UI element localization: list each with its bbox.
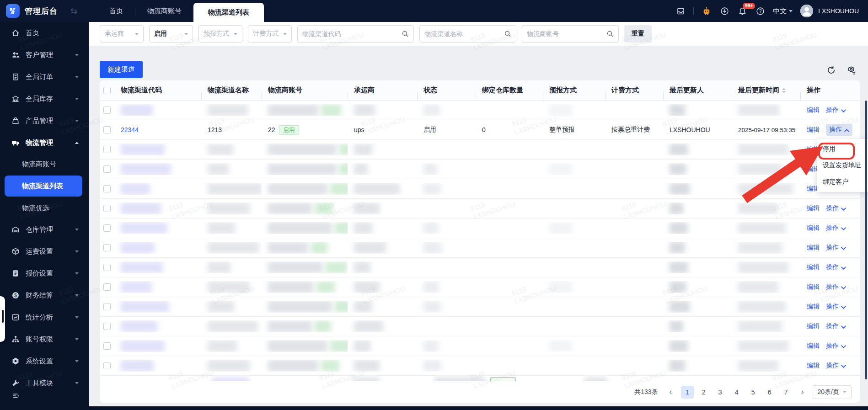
channel-code-search[interactable] (297, 25, 414, 43)
refresh-icon[interactable] (827, 66, 836, 75)
channel-name-input[interactable] (424, 30, 504, 37)
redacted-block (738, 281, 778, 293)
page-button-3[interactable]: 3 (714, 386, 727, 399)
page-button-5[interactable]: 5 (747, 386, 760, 399)
sidebar-item-settings[interactable]: 系统设置 (0, 350, 89, 372)
channel-name-search[interactable] (419, 25, 516, 43)
edit-button[interactable]: 编辑 (807, 303, 820, 311)
provider-account-search[interactable] (522, 25, 619, 43)
menu-item-1[interactable]: 设置发货地址 (817, 157, 868, 174)
page-button-6[interactable]: 6 (763, 386, 776, 399)
menu-item-2[interactable]: 绑定客户 (817, 174, 868, 190)
collapse-sidebar-icon[interactable]: ⇆ (70, 6, 77, 16)
channel-code-input[interactable] (302, 30, 402, 37)
notifications-bell-icon[interactable]: 99+ (737, 6, 747, 16)
action-dropdown-button[interactable]: 操作 (826, 303, 846, 311)
row-checkbox[interactable] (103, 244, 111, 251)
prev-page-button[interactable]: ‹ (664, 386, 677, 399)
menu-item-0[interactable]: 停用 (817, 141, 868, 157)
sidebar-item-freight[interactable]: 运费设置 (0, 240, 89, 262)
row-checkbox[interactable] (103, 185, 111, 192)
action-dropdown-button[interactable]: 操作 (826, 106, 846, 114)
row-checkbox[interactable] (103, 126, 111, 133)
action-dropdown-button[interactable]: 操作 (826, 322, 846, 330)
edit-button[interactable]: 编辑 (807, 126, 820, 134)
language-switcher[interactable]: 中文 (773, 7, 793, 16)
channel-code-link[interactable]: 22344 (121, 126, 139, 133)
billing-filter-select[interactable]: 计费方式 (248, 25, 292, 43)
edit-button[interactable]: 编辑 (807, 263, 820, 272)
row-checkbox[interactable] (103, 342, 111, 350)
tab-0[interactable]: 首页 (97, 0, 135, 22)
sort-icon[interactable] (782, 88, 786, 93)
sidebar-item-home[interactable]: 首页 (0, 22, 89, 44)
action-dropdown-button[interactable]: 操作 (826, 263, 846, 272)
edit-button[interactable]: 编辑 (807, 283, 820, 291)
sidebar-item-inventory[interactable]: 全局库存 (0, 88, 89, 110)
edit-button[interactable]: 编辑 (807, 204, 820, 213)
download-icon[interactable] (719, 6, 729, 16)
sidebar-item-stats[interactable]: 统计分析 (0, 306, 89, 328)
action-dropdown-button[interactable]: 操作 (826, 204, 846, 213)
sidebar-item-quote[interactable]: 报价设置 (0, 262, 89, 284)
page-button-1[interactable]: 1 (681, 386, 694, 399)
sidebar-item-product[interactable]: 产品管理 (0, 110, 89, 132)
page-size-select[interactable]: 20条/页 (813, 385, 852, 399)
sidebar-subitem-2[interactable]: 物流优选 (0, 197, 89, 218)
create-channel-button[interactable]: 新建渠道 (100, 61, 143, 78)
edit-button[interactable]: 编辑 (807, 342, 820, 350)
tab-1[interactable]: 物流商账号 (135, 0, 193, 22)
row-checkbox[interactable] (103, 362, 111, 369)
avatar[interactable] (800, 5, 813, 17)
scrollbar-thumb[interactable] (865, 101, 867, 379)
row-checkbox[interactable] (103, 264, 111, 271)
username[interactable]: LXSHOUHOU (818, 7, 859, 15)
row-checkbox[interactable] (103, 165, 111, 173)
next-page-button[interactable]: › (796, 386, 809, 399)
tab-2[interactable]: 物流渠道列表 (193, 3, 264, 22)
select-all-checkbox[interactable] (103, 87, 111, 94)
action-dropdown-button[interactable]: 操作 (826, 124, 852, 136)
action-dropdown-button[interactable]: 操作 (826, 244, 846, 252)
carrier-filter-select[interactable]: 承运商 (100, 25, 144, 43)
row-checkbox[interactable] (103, 224, 111, 232)
inbox-icon[interactable] (675, 6, 686, 16)
status-filter-select[interactable]: 启用 (149, 25, 193, 43)
edit-button[interactable]: 编辑 (807, 244, 820, 252)
row-checkbox[interactable] (103, 106, 111, 114)
sidebar-item-finance[interactable]: $财务结算 (0, 284, 89, 306)
action-dropdown-button[interactable]: 操作 (826, 362, 846, 370)
row-checkbox[interactable] (103, 283, 111, 291)
column-settings-icon[interactable] (847, 66, 856, 75)
action-dropdown-button[interactable]: 操作 (826, 224, 846, 232)
page-button-7[interactable]: 7 (780, 386, 793, 399)
sidebar-collapse-icon[interactable] (11, 392, 20, 400)
row-checkbox[interactable] (103, 323, 111, 330)
sidebar-item-users[interactable]: 客户管理 (0, 44, 89, 66)
edit-button[interactable]: 编辑 (807, 322, 820, 330)
page-button-4[interactable]: 4 (730, 386, 743, 399)
row-checkbox[interactable] (103, 205, 111, 212)
action-dropdown-button[interactable]: 操作 (826, 342, 846, 350)
robot-assistant-icon[interactable] (702, 6, 712, 16)
edit-button[interactable]: 编辑 (807, 224, 820, 232)
action-dropdown-button[interactable]: 操作 (826, 283, 846, 291)
edit-button[interactable]: 编辑 (807, 362, 820, 370)
forecast-filter-select[interactable]: 预报方式 (198, 25, 242, 43)
page-button-2[interactable]: 2 (697, 386, 710, 399)
row-checkbox[interactable] (103, 303, 111, 310)
provider-account-input[interactable] (527, 30, 606, 37)
sidebar-item-truck[interactable]: 物流管理 (0, 132, 89, 154)
floating-handle[interactable] (0, 296, 5, 342)
sidebar-item-accounts[interactable]: 账号权限 (0, 328, 89, 350)
row-checkbox[interactable] (103, 146, 111, 153)
sidebar-item-tools[interactable]: 工具模块 (0, 372, 89, 394)
reset-button[interactable]: 重置 (624, 25, 652, 43)
sidebar-item-order[interactable]: 全局订单 (0, 66, 89, 88)
sidebar-subitem-0[interactable]: 物流商账号 (0, 154, 89, 175)
redacted-block (354, 301, 372, 313)
sidebar-item-warehouse[interactable]: 仓库管理 (0, 218, 89, 240)
help-icon[interactable]: ? (755, 6, 765, 16)
edit-button[interactable]: 编辑 (807, 106, 820, 114)
sidebar-subitem-1[interactable]: 物流渠道列表 (5, 176, 82, 197)
